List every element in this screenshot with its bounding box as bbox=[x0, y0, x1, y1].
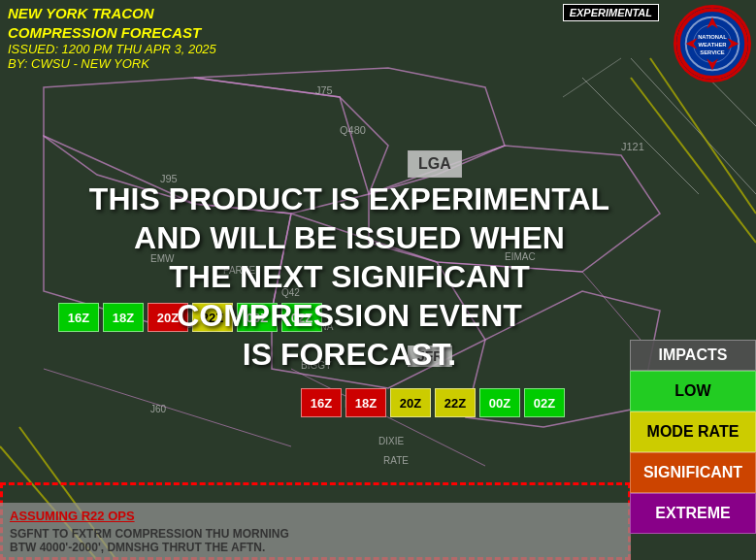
impacts-panel: IMPACTS LOW MODE RATE SIGNIFICANT EXTREM… bbox=[630, 340, 756, 534]
header-issued: ISSUED: 1200 PM THU APR 3, 2025 bbox=[8, 42, 216, 56]
time-row-bottom: 16Z18Z20Z22Z00Z02Z bbox=[301, 388, 565, 417]
header-line2: COMPRESSION FORECAST bbox=[8, 24, 201, 41]
bottom-panel: ASSUMING R22 OPS SGFNT TO FXTRM COMPRESS… bbox=[0, 503, 631, 560]
message-line5: IS FORECAST. bbox=[243, 337, 456, 372]
main-message: THIS PRODUCT IS EXPERIMENTAL AND WILL BE… bbox=[49, 180, 650, 374]
header: NEW YORK TRACON COMPRESSION FORECAST ISS… bbox=[0, 0, 224, 75]
sgf-text: SGFNT TO FXTRM COMPRESSION THU MORNING bbox=[10, 527, 621, 541]
impacts-header: IMPACTS bbox=[630, 340, 756, 371]
svg-text:RATE: RATE bbox=[383, 455, 409, 466]
svg-text:J121: J121 bbox=[621, 141, 644, 152]
header-by: BY: CWSU - NEW YORK bbox=[8, 56, 216, 71]
svg-text:DIXIE: DIXIE bbox=[378, 436, 404, 446]
message-line3: THE NEXT SIGNIFICANT bbox=[169, 259, 530, 294]
svg-text:NATIONAL: NATIONAL bbox=[698, 34, 727, 40]
assuming-label: ASSUMING R22 OPS bbox=[10, 509, 621, 523]
impact-low-row: LOW bbox=[630, 371, 756, 412]
impact-significant-row: SIGNIFICANT bbox=[630, 452, 756, 493]
time-box-bottom-20z: 20Z bbox=[390, 388, 431, 417]
time-box-bottom-00z: 00Z bbox=[479, 388, 520, 417]
svg-text:Q480: Q480 bbox=[340, 124, 366, 136]
message-line2: AND WILL BE ISSUED WHEN bbox=[134, 220, 565, 255]
header-title: NEW YORK TRACON COMPRESSION FORECAST bbox=[8, 4, 216, 42]
svg-text:J75: J75 bbox=[315, 84, 333, 96]
time-box-bottom-02z: 02Z bbox=[524, 388, 565, 417]
nws-logo-svg: NATIONAL WEATHER SERVICE bbox=[676, 7, 748, 81]
lga-airport-label: LGA bbox=[408, 150, 462, 178]
nws-logo: NATIONAL WEATHER SERVICE bbox=[669, 0, 756, 87]
svg-text:SERVICE: SERVICE bbox=[700, 49, 725, 55]
svg-text:J60: J60 bbox=[150, 404, 167, 414]
time-box-bottom-18z: 18Z bbox=[345, 388, 386, 417]
message-line4: COMPRESSION EVENT bbox=[177, 298, 522, 333]
nws-logo-circle: NATIONAL WEATHER SERVICE bbox=[674, 5, 751, 82]
header-line1: NEW YORK TRACON bbox=[8, 5, 154, 21]
impact-extreme-row: EXTREME bbox=[630, 493, 756, 534]
impact-moderate-row: MODE RATE bbox=[630, 412, 756, 452]
experimental-badge: EXPERIMENTAL bbox=[563, 4, 659, 21]
btw-text: BTW 4000'-2000', DMNSHG THRUT THE AFTN. bbox=[10, 541, 621, 554]
svg-text:WEATHER: WEATHER bbox=[698, 42, 727, 48]
main-message-text: THIS PRODUCT IS EXPERIMENTAL AND WILL BE… bbox=[49, 180, 650, 374]
time-box-bottom-22z: 22Z bbox=[435, 388, 476, 417]
message-line1: THIS PRODUCT IS EXPERIMENTAL bbox=[89, 181, 609, 216]
time-box-bottom-16z: 16Z bbox=[301, 388, 342, 417]
